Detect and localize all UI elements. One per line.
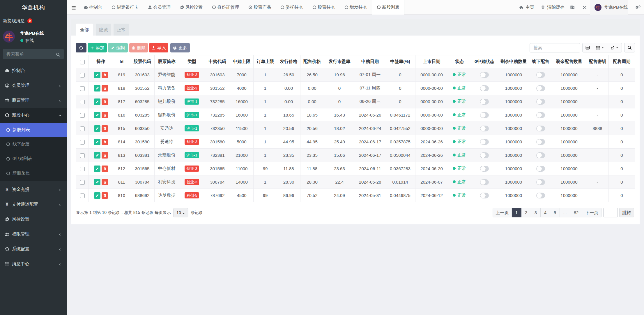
svg-text:牛: 牛 [595, 5, 600, 10]
svg-text:牛: 牛 [5, 33, 13, 41]
